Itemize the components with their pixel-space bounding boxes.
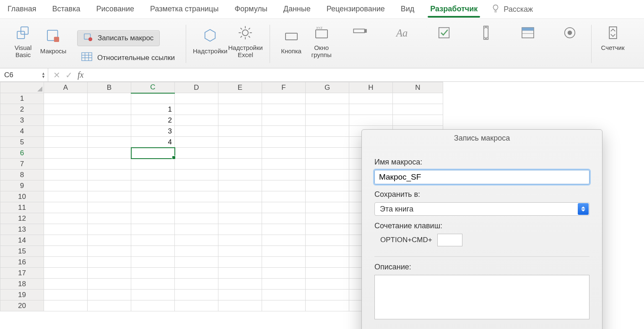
tab-review[interactable]: Рецензирование — [324, 1, 387, 18]
cell-E19[interactable] — [218, 290, 262, 300]
cell-B5[interactable] — [88, 137, 131, 148]
cell-E3[interactable] — [218, 115, 262, 126]
cell-G12[interactable] — [306, 213, 349, 224]
row-header-5[interactable]: 5 — [0, 137, 44, 148]
cell-E10[interactable] — [218, 191, 262, 202]
cell-F8[interactable] — [262, 170, 306, 180]
cell-G14[interactable] — [306, 235, 349, 246]
cell-H2[interactable] — [349, 104, 393, 115]
cell-D8[interactable] — [175, 170, 218, 180]
cell-D10[interactable] — [175, 191, 218, 202]
cell-B8[interactable] — [88, 170, 131, 180]
cell-A9[interactable] — [44, 180, 88, 191]
cell-H1[interactable] — [349, 93, 393, 104]
name-box[interactable]: C6 ▲▼ — [0, 68, 48, 81]
cell-D3[interactable] — [175, 115, 218, 126]
cell-B16[interactable] — [88, 257, 131, 268]
cell-F12[interactable] — [262, 213, 306, 224]
cell-B7[interactable] — [88, 159, 131, 170]
scrollbar-button[interactable] — [471, 21, 501, 43]
cell-F13[interactable] — [262, 224, 306, 235]
cell-C11[interactable] — [131, 202, 175, 213]
cell-A20[interactable] — [44, 300, 88, 311]
cell-B2[interactable] — [88, 104, 131, 115]
cell-A7[interactable] — [44, 159, 88, 170]
cell-B14[interactable] — [88, 235, 131, 246]
name-box-stepper-icon[interactable]: ▲▼ — [42, 72, 45, 78]
cell-C10[interactable] — [131, 191, 175, 202]
cell-G5[interactable] — [306, 137, 349, 148]
cell-D19[interactable] — [175, 290, 218, 300]
cell-G20[interactable] — [306, 300, 349, 311]
column-header-F[interactable]: F — [262, 82, 306, 93]
row-header-6[interactable]: 6 — [0, 148, 44, 159]
cell-F11[interactable] — [262, 202, 306, 213]
cell-C13[interactable] — [131, 224, 175, 235]
tab-view[interactable]: Вид — [398, 1, 417, 18]
cell-C12[interactable] — [131, 213, 175, 224]
cell-F15[interactable] — [262, 246, 306, 257]
row-header-1[interactable]: 1 — [0, 93, 44, 104]
cell-F2[interactable] — [262, 104, 306, 115]
cell-B6[interactable] — [88, 148, 131, 159]
cell-E14[interactable] — [218, 235, 262, 246]
cell-C8[interactable] — [131, 170, 175, 180]
column-header-H[interactable]: H — [349, 82, 393, 93]
cell-A4[interactable] — [44, 126, 88, 137]
cell-E5[interactable] — [218, 137, 262, 148]
fx-icon[interactable]: fx — [78, 70, 83, 80]
cell-C19[interactable] — [131, 290, 175, 300]
radio-button[interactable] — [555, 21, 584, 43]
cell-B19[interactable] — [88, 290, 131, 300]
tab-developer[interactable]: Разработчик — [428, 1, 480, 18]
excel-addins-button[interactable]: Надстройки Excel — [228, 21, 262, 58]
row-header-14[interactable]: 14 — [0, 235, 44, 246]
column-header-N[interactable]: N — [393, 82, 443, 93]
column-header-C[interactable]: C — [131, 82, 175, 93]
cell-D17[interactable] — [175, 268, 218, 279]
cell-A18[interactable] — [44, 279, 88, 290]
record-macro-button[interactable]: Записать макрос — [77, 30, 160, 46]
cell-F4[interactable] — [262, 126, 306, 137]
cell-A11[interactable] — [44, 202, 88, 213]
cell-C1[interactable] — [131, 93, 175, 104]
cell-E20[interactable] — [218, 300, 262, 311]
cell-D11[interactable] — [175, 202, 218, 213]
cell-D13[interactable] — [175, 224, 218, 235]
cell-E4[interactable] — [218, 126, 262, 137]
cell-G11[interactable] — [306, 202, 349, 213]
cell-F18[interactable] — [262, 279, 306, 290]
cell-D2[interactable] — [175, 104, 218, 115]
cell-N2[interactable] — [393, 104, 443, 115]
cell-C7[interactable] — [131, 159, 175, 170]
cell-N1[interactable] — [393, 93, 443, 104]
cell-D4[interactable] — [175, 126, 218, 137]
cell-A16[interactable] — [44, 257, 88, 268]
cell-C4[interactable]: 3 — [131, 126, 175, 137]
cell-D20[interactable] — [175, 300, 218, 311]
cell-B12[interactable] — [88, 213, 131, 224]
cell-E11[interactable] — [218, 202, 262, 213]
column-header-G[interactable]: G — [306, 82, 349, 93]
cell-G2[interactable] — [306, 104, 349, 115]
row-header-8[interactable]: 8 — [0, 170, 44, 180]
cell-G13[interactable] — [306, 224, 349, 235]
cell-A19[interactable] — [44, 290, 88, 300]
cell-B4[interactable] — [88, 126, 131, 137]
cell-E12[interactable] — [218, 213, 262, 224]
tell-me[interactable]: Расскаж — [491, 4, 533, 15]
cell-E18[interactable] — [218, 279, 262, 290]
row-header-17[interactable]: 17 — [0, 268, 44, 279]
spreadsheet-grid[interactable]: ABCDEFGHN1213243546789101112131415161718… — [0, 82, 644, 329]
cell-B18[interactable] — [88, 279, 131, 290]
cell-C2[interactable]: 1 — [131, 104, 175, 115]
cell-E1[interactable] — [218, 93, 262, 104]
cell-C3[interactable]: 2 — [131, 115, 175, 126]
cell-G19[interactable] — [306, 290, 349, 300]
cell-E16[interactable] — [218, 257, 262, 268]
select-all-corner[interactable] — [0, 82, 44, 93]
cell-B9[interactable] — [88, 180, 131, 191]
cell-G16[interactable] — [306, 257, 349, 268]
cell-D14[interactable] — [175, 235, 218, 246]
cell-D7[interactable] — [175, 159, 218, 170]
